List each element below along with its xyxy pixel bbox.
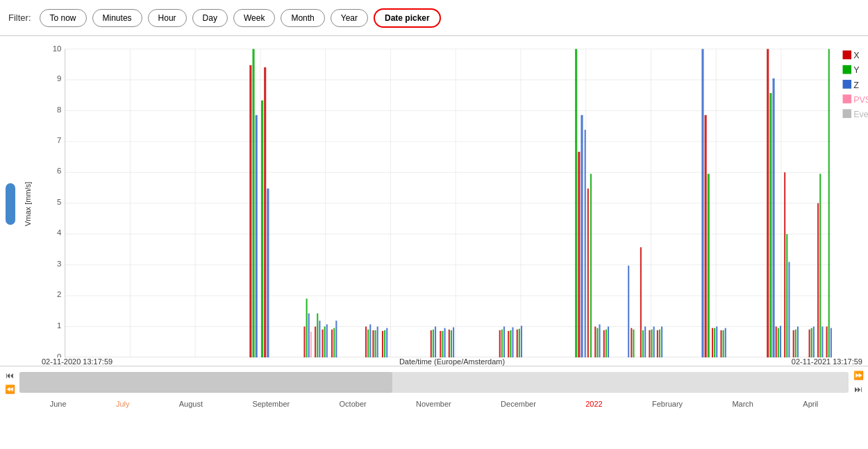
filter-btn-day[interactable]: Day: [192, 9, 228, 27]
svg-rect-106: [633, 330, 634, 357]
svg-rect-52: [303, 327, 305, 357]
mini-label-2022: 2022: [585, 400, 602, 408]
mini-label-september: September: [252, 400, 290, 408]
svg-rect-144: [828, 49, 830, 357]
date-range-row: 02-11-2020 13:17:59 Date/time (Europe/Am…: [36, 357, 868, 366]
svg-rect-135: [795, 330, 796, 357]
svg-rect-70: [377, 327, 378, 357]
svg-rect-87: [510, 330, 511, 357]
svg-rect-51: [267, 189, 269, 357]
scrollbar-track: [19, 372, 849, 393]
mini-label-march: March: [732, 400, 753, 408]
svg-rect-150: [843, 80, 852, 89]
svg-rect-69: [375, 330, 376, 357]
svg-rect-79: [444, 328, 446, 357]
filter-btn-year[interactable]: Year: [331, 9, 368, 27]
svg-rect-75: [433, 330, 434, 357]
svg-rect-116: [701, 49, 703, 357]
main-chart-svg: 0 1 2 3 4 5 6 7 8 9 10 December 2021 Feb…: [36, 42, 868, 357]
mini-label-june: June: [50, 400, 67, 408]
svg-rect-55: [310, 332, 312, 357]
svg-rect-59: [322, 330, 323, 357]
svg-text:7: 7: [57, 136, 61, 144]
svg-rect-136: [797, 327, 799, 357]
svg-rect-130: [780, 326, 781, 358]
filter-btn-to-now[interactable]: To now: [40, 9, 87, 27]
svg-rect-142: [821, 327, 823, 357]
svg-rect-119: [712, 328, 713, 357]
svg-rect-113: [657, 330, 658, 357]
filter-btn-week[interactable]: Week: [233, 9, 275, 27]
svg-rect-105: [631, 328, 632, 357]
svg-rect-125: [767, 49, 769, 357]
svg-rect-96: [587, 189, 589, 357]
svg-rect-143: [826, 327, 828, 357]
svg-rect-84: [501, 330, 503, 357]
svg-rect-102: [606, 330, 607, 357]
svg-rect-114: [659, 330, 660, 357]
svg-rect-110: [649, 330, 650, 357]
svg-rect-120: [714, 328, 715, 357]
x-axis-label: Date/time (Europe/Amsterdam): [399, 357, 505, 366]
filter-btn-month[interactable]: Month: [281, 9, 324, 27]
nav-next[interactable]: ⏩: [851, 369, 867, 382]
svg-rect-83: [499, 330, 501, 357]
svg-rect-133: [788, 262, 790, 357]
svg-rect-89: [517, 330, 518, 357]
svg-text:6: 6: [57, 167, 61, 175]
svg-rect-74: [431, 330, 432, 357]
svg-rect-100: [599, 324, 600, 357]
svg-rect-62: [331, 330, 333, 357]
svg-text:X: X: [853, 51, 860, 60]
svg-text:1: 1: [57, 321, 61, 330]
svg-rect-54: [308, 314, 310, 357]
svg-rect-108: [642, 330, 644, 357]
svg-rect-124: [725, 328, 726, 357]
svg-rect-97: [590, 173, 592, 357]
mini-label-april: April: [803, 400, 818, 408]
svg-text:9: 9: [57, 74, 61, 83]
svg-rect-58: [319, 321, 320, 357]
svg-text:0: 0: [57, 353, 61, 357]
nav-prev[interactable]: ⏪: [2, 383, 18, 396]
svg-rect-134: [793, 330, 794, 357]
svg-rect-129: [778, 328, 779, 357]
nav-last[interactable]: ⏭: [851, 383, 865, 396]
svg-rect-103: [608, 327, 609, 357]
vertical-slider[interactable]: [6, 183, 15, 225]
svg-rect-101: [603, 330, 605, 357]
svg-rect-53: [306, 298, 308, 357]
svg-rect-128: [776, 327, 777, 357]
svg-rect-137: [809, 330, 810, 357]
nav-first[interactable]: ⏮: [3, 369, 17, 382]
filter-btn-date-picker[interactable]: Date picker: [374, 8, 441, 28]
filter-label: Filter:: [8, 12, 31, 23]
svg-rect-92: [575, 49, 577, 357]
svg-rect-111: [651, 330, 652, 357]
svg-rect-91: [521, 326, 522, 358]
svg-rect-94: [581, 115, 583, 357]
svg-rect-78: [442, 331, 443, 357]
svg-text:2: 2: [57, 290, 61, 298]
filter-btn-minutes[interactable]: Minutes: [92, 9, 142, 27]
svg-rect-82: [453, 328, 454, 357]
svg-rect-77: [440, 331, 441, 357]
filter-btn-hour[interactable]: Hour: [148, 9, 187, 27]
svg-rect-48: [252, 49, 254, 357]
svg-rect-90: [519, 329, 520, 357]
chart-inner: 0 1 2 3 4 5 6 7 8 9 10 December 2021 Feb…: [36, 42, 868, 366]
svg-text:4: 4: [57, 228, 62, 237]
chart-container: Vmax [mm/s]: [0, 36, 868, 449]
svg-rect-86: [508, 331, 509, 357]
svg-rect-127: [772, 78, 774, 357]
scrollbar-thumb[interactable]: [19, 372, 392, 393]
svg-rect-56: [315, 327, 316, 357]
svg-text:3: 3: [57, 260, 61, 268]
svg-rect-93: [578, 152, 580, 357]
svg-text:PVS: PVS: [853, 95, 868, 105]
date-end: 02-11-2021 13:17:59: [792, 357, 862, 366]
svg-rect-123: [723, 330, 724, 357]
svg-rect-122: [720, 330, 721, 357]
svg-rect-99: [596, 328, 598, 357]
svg-rect-152: [843, 94, 852, 103]
